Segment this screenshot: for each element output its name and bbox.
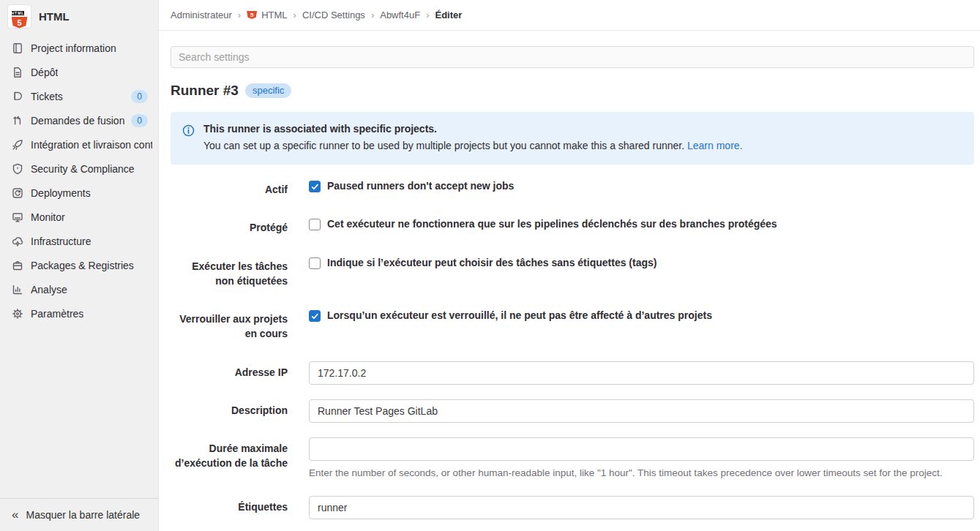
issues-count-badge: 0 <box>131 90 148 103</box>
ip-address-field-label: Adresse IP <box>171 361 288 385</box>
protected-checkbox-label[interactable]: Cet exécuteur ne fonctionnera que sur le… <box>327 216 777 230</box>
max-timeout-input[interactable] <box>309 437 974 461</box>
ip-address-row: Adresse IP <box>171 361 974 385</box>
sidebar-item-label: Packages & Registries <box>31 260 134 271</box>
merge-requests-count-badge: 0 <box>131 114 148 127</box>
sidebar-item-security-compliance[interactable]: Security & Compliance <box>0 157 158 181</box>
sidebar-item-label: Project information <box>31 42 116 54</box>
tags-field-label: Étiquettes <box>171 496 288 519</box>
run-untagged-row: Exécuter les tâches non étiquetées Indiq… <box>171 255 974 289</box>
active-row: Actif Paused runners don't accept new jo… <box>171 178 974 197</box>
alert-body: You can set up a specific runner to be u… <box>203 138 742 154</box>
project-avatar: HTML 5 <box>7 4 31 29</box>
sidebar-item-label: Intégration et livraison cont <box>31 139 152 151</box>
protected-field-label: Protégé <box>171 216 288 235</box>
alert-text: This runner is associated with specific … <box>203 123 742 154</box>
project-sidebar: HTML 5 HTML Project information Dépôt Ti… <box>0 0 159 531</box>
active-checkbox[interactable] <box>309 181 321 192</box>
sidebar-item-label: Deployments <box>31 187 91 199</box>
search-settings-input[interactable] <box>171 46 974 68</box>
project-name: HTML <box>39 10 70 23</box>
html5-logo-top: HTML <box>12 11 25 15</box>
sidebar-item-label: Security & Compliance <box>31 163 135 175</box>
protected-field: Cet exécuteur ne fonctionnera que sur le… <box>309 216 974 235</box>
breadcrumb-separator: › <box>426 10 429 20</box>
breadcrumb-item-runner-token[interactable]: Abwft4uF <box>380 10 420 20</box>
runner-type-badge: specific <box>245 83 291 98</box>
run-untagged-field: Indique si l’exécuteur peut choisir des … <box>309 255 974 289</box>
document-icon <box>12 67 23 78</box>
chart-icon <box>12 284 23 295</box>
sidebar-item-infrastructure[interactable]: Infrastructure <box>0 229 158 253</box>
redeploy-icon <box>12 187 23 199</box>
page-title: Runner #3 <box>171 83 239 99</box>
locked-checkbox-label[interactable]: Lorsqu’un exécuteur est verrouillé, il n… <box>327 308 712 321</box>
alert-body-text: You can set up a specific runner to be u… <box>203 140 684 151</box>
max-timeout-field-label: Durée maximale d’exécution de la tâche <box>171 437 288 481</box>
active-checkbox-label[interactable]: Paused runners don't accept new jobs <box>327 178 514 192</box>
breadcrumb-separator: › <box>238 10 241 20</box>
sidebar-item-project-information[interactable]: Project information <box>0 36 158 60</box>
protected-checkbox[interactable] <box>309 219 321 230</box>
breadcrumb-bar: Administrateur › 5 HTML › CI/CD Settings… <box>159 0 980 31</box>
locked-row: Verrouiller aux projets en cours Lorsqu’… <box>171 308 974 342</box>
active-field-label: Actif <box>171 178 288 197</box>
sidebar-item-label: Analyse <box>31 284 67 295</box>
project-home-link[interactable]: HTML 5 HTML <box>0 0 158 34</box>
sidebar-item-analytics[interactable]: Analyse <box>0 277 158 301</box>
sidebar-item-repository[interactable]: Dépôt <box>0 60 158 84</box>
sidebar-item-label: Demandes de fusion <box>31 115 124 127</box>
main-area: Administrateur › 5 HTML › CI/CD Settings… <box>159 0 980 531</box>
tags-input[interactable] <box>309 496 974 519</box>
run-untagged-field-label: Exécuter les tâches non étiquetées <box>171 255 288 289</box>
description-input[interactable] <box>309 399 974 423</box>
sidebar-item-label: Infrastructure <box>31 236 91 247</box>
sidebar-item-settings[interactable]: Paramètres <box>0 301 158 325</box>
html5-logo-icon: HTML 5 <box>12 5 28 29</box>
ip-address-input[interactable] <box>309 361 974 385</box>
collapse-sidebar-button[interactable]: « Masquer la barre latérale <box>0 498 158 531</box>
breadcrumb-current-page: Éditer <box>435 10 462 20</box>
sidebar-item-packages-registries[interactable]: Packages & Registries <box>0 253 158 277</box>
runner-edit-form: Actif Paused runners don't accept new jo… <box>171 178 974 519</box>
max-timeout-help-text: Enter the number of seconds, or other hu… <box>309 466 974 481</box>
chevron-double-left-icon: « <box>12 510 18 520</box>
package-icon <box>12 260 23 271</box>
run-untagged-checkbox[interactable] <box>309 257 321 269</box>
breadcrumb-item-cicd-settings[interactable]: CI/CD Settings <box>302 10 365 20</box>
breadcrumb-item-administrateur[interactable]: Administrateur <box>171 10 232 20</box>
alert-title: This runner is associated with specific … <box>203 123 742 135</box>
gear-icon <box>12 308 23 320</box>
locked-field-label: Verrouiller aux projets en cours <box>171 308 288 342</box>
sidebar-item-deployments[interactable]: Deployments <box>0 181 158 205</box>
merge-request-icon <box>12 115 23 127</box>
learn-more-link[interactable]: Learn more. <box>687 140 742 151</box>
html5-logo-icon: 5 <box>247 11 257 19</box>
monitor-icon <box>12 211 23 223</box>
locked-field: Lorsqu’un exécuteur est verrouillé, il n… <box>309 308 974 342</box>
shield-icon <box>12 163 23 175</box>
description-field-label: Description <box>171 399 288 423</box>
sidebar-item-merge-requests[interactable]: Demandes de fusion 0 <box>0 108 158 132</box>
rocket-icon <box>12 139 23 151</box>
page-content: Runner #3 specific This runner is associ… <box>159 31 980 531</box>
breadcrumb: Administrateur › 5 HTML › CI/CD Settings… <box>171 10 462 20</box>
info-icon <box>182 124 195 137</box>
max-timeout-row: Durée maximale d’exécution de la tâche E… <box>171 437 974 481</box>
sidebar-item-monitor[interactable]: Monitor <box>0 205 158 229</box>
sidebar-item-label: Dépôt <box>31 67 58 78</box>
issues-icon <box>12 91 23 102</box>
run-untagged-checkbox-label[interactable]: Indique si l’exécuteur peut choisir des … <box>327 255 657 268</box>
protected-row: Protégé Cet exécuteur ne fonctionnera qu… <box>171 216 974 235</box>
locked-checkbox[interactable] <box>309 310 321 322</box>
sidebar-nav: Project information Dépôt Tickets 0 Dema… <box>0 36 158 325</box>
sidebar-item-label: Tickets <box>31 91 63 102</box>
info-alert: This runner is associated with specific … <box>171 112 974 165</box>
runner-title-row: Runner #3 specific <box>171 83 974 99</box>
breadcrumb-item-project[interactable]: 5 HTML <box>247 10 287 20</box>
sidebar-item-ci-cd[interactable]: Intégration et livraison cont <box>0 132 158 157</box>
sidebar-item-issues[interactable]: Tickets 0 <box>0 84 158 108</box>
breadcrumb-item-label: HTML <box>261 10 287 20</box>
breadcrumb-separator: › <box>371 10 374 20</box>
breadcrumb-separator: › <box>293 10 296 20</box>
